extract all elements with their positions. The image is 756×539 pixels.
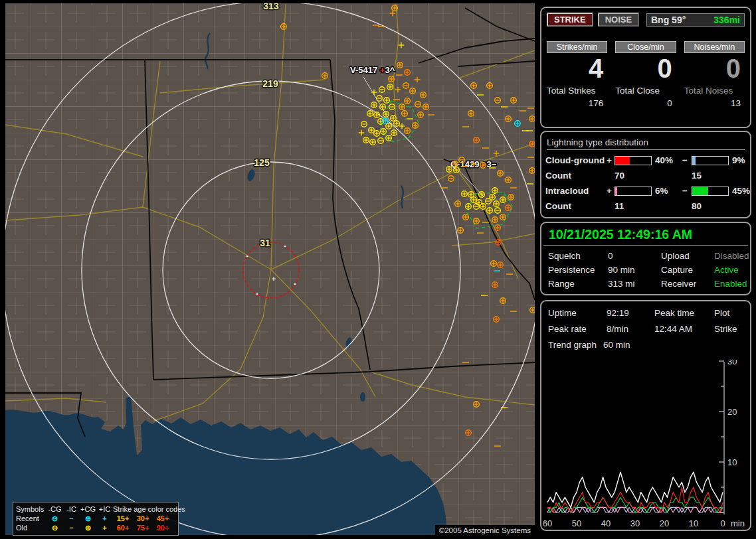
total-noises-label: Total Noises [684,86,745,96]
svg-text:60: 60 [543,518,552,528]
receiver-status: Enabled [714,279,750,289]
ring-label: 125 [254,157,270,168]
upload-label: Upload [661,251,714,261]
strikes-rate: 4 [547,54,607,82]
cg-negative-pct: 9% [729,155,750,165]
strikes-per-min-chip: Strikes/min [547,41,607,53]
svg-text:20: 20 [727,407,737,417]
total-close-label: Total Close [615,86,676,96]
panel-trend: Uptime 92:19 Peak time Plot Peak rate 8/… [540,300,751,531]
range-label: Range [548,279,608,289]
plus-sign: + [607,186,614,196]
svg-text:50: 50 [572,518,581,528]
peak-time-label: Peak time [654,308,714,318]
intracloud-count-row: Count 11 80 [541,201,750,211]
ring-label: 31 [260,238,270,248]
close-column: Close/min 0 Total Close 0 [615,41,676,108]
lightning-map[interactable]: 31321912531 V-5417 +3^Q-1429 +3− [5,3,535,535]
ring-label: 219 [262,78,278,89]
intracloud-label: Intracloud [545,186,607,196]
svg-text:10: 10 [727,457,737,467]
capture-status: Active [714,265,750,275]
total-noises-value: 13 [684,98,745,108]
minus-sign: − [682,186,692,196]
persistence-label: Persistence [548,265,608,275]
pos-cg-symbol: ⊕ [80,514,96,523]
panel-clock: 10/21/2025 12:49:16 AM Squelch 0 Upload … [540,222,751,295]
total-strikes-value: 176 [547,98,607,108]
ic-positive-bar [614,187,652,196]
trend-series-+CG [547,487,723,512]
uptime-label: Uptime [548,308,607,318]
neg-ic-symbol: − [63,523,80,532]
distance-value: 336mi [713,15,740,25]
total-strikes-label: Total Strikes [547,86,607,96]
cg-positive-count: 70 [614,171,652,181]
plus-sign: + [607,155,614,165]
peak-rate-label: Peak rate [548,324,607,334]
cg-positive-pct: 40% [652,155,682,165]
uptime-value: 92:19 [607,308,654,318]
capture-label: Capture [661,265,714,275]
cg-negative-bar [692,156,729,165]
settings-grid: Squelch 0 Upload Disabled Persistence 90… [541,246,750,289]
intracloud-row: Intracloud + 6% − 45% [541,186,750,196]
neg-cg-symbol: ⊖ [47,523,63,532]
ic-positive-count: 11 [614,201,652,211]
app-window: 31321912531 V-5417 +3^Q-1429 +3− Symbols… [0,0,756,539]
neg-ic-symbol: − [63,514,80,523]
svg-text:30: 30 [630,518,640,528]
bearing-readout: Bng 59° 336mi [646,13,745,27]
svg-text:40: 40 [601,518,611,528]
ic-negative-pct: 45% [729,186,750,196]
noises-per-min-chip: Noises/min [684,41,745,53]
panel-distribution: Lightning type distribution Cloud-ground… [540,131,751,218]
sidebar: STRIKE NOISE Bng 59° 336mi Strikes/min 4… [540,0,756,539]
range-value: 313 mi [608,279,661,289]
trend-graph: 1020306050403020100min [543,360,749,530]
upload-status: Disabled [714,251,750,261]
pos-ic-symbol: + [96,514,113,523]
close-per-min-chip: Close/min [615,41,676,53]
bearing-value: Bng 59° [651,15,686,25]
noises-rate: 0 [684,54,745,82]
strike-toggle-button[interactable]: STRIKE [547,13,593,27]
svg-text:min: min [731,518,745,528]
cg-negative-count: 15 [692,171,729,181]
count-label: Count [545,201,607,211]
total-close-value: 0 [615,98,676,108]
map-area[interactable]: 31321912531 V-5417 +3^Q-1429 +3− Symbols… [5,3,535,535]
minus-sign: − [682,155,692,165]
plot-value: Strike [714,324,750,334]
cloud-ground-row: Cloud-ground + 40% − 9% [541,155,750,165]
receiver-label: Receiver [661,279,714,289]
svg-text:0: 0 [720,518,725,528]
panel-stats: STRIKE NOISE Bng 59° 336mi Strikes/min 4… [540,7,751,128]
persistence-value: 90 min [608,265,661,275]
trend-series--IC [547,497,723,512]
cloud-ground-count-row: Count 70 15 [541,171,750,181]
ring-label: 313 [263,3,279,11]
copyright: ©2005 Astrogenic Systems [435,525,535,536]
squelch-label: Squelch [548,251,608,261]
pos-ic-symbol: + [96,523,113,532]
trend-graph-label: Trend graph [548,340,597,350]
strike-legend: Symbols-CG-IC+CG+ICStrike age color code… [13,502,179,536]
ic-positive-pct: 6% [652,186,682,196]
peak-rate-value: 8/min [607,324,654,334]
strikes-column: Strikes/min 4 Total Strikes 176 [547,41,607,108]
ic-negative-bar [692,187,729,196]
close-rate: 0 [615,54,676,82]
pos-cg-symbol: ⊕ [80,523,96,532]
plot-label: Plot [714,308,750,318]
squelch-value: 0 [608,251,661,261]
svg-text:20: 20 [660,518,669,528]
noise-toggle-button[interactable]: NOISE [598,13,639,27]
distribution-title: Lightning type distribution [547,137,745,150]
uptime-grid: Uptime 92:19 Peak time Plot Peak rate 8/… [541,301,750,334]
cell-label: V-5417 +3^ [350,65,395,75]
count-label: Count [545,171,607,181]
trend-window-value: 60 min [603,340,630,350]
ic-negative-count: 80 [692,201,729,211]
cloud-ground-label: Cloud-ground [545,155,607,165]
